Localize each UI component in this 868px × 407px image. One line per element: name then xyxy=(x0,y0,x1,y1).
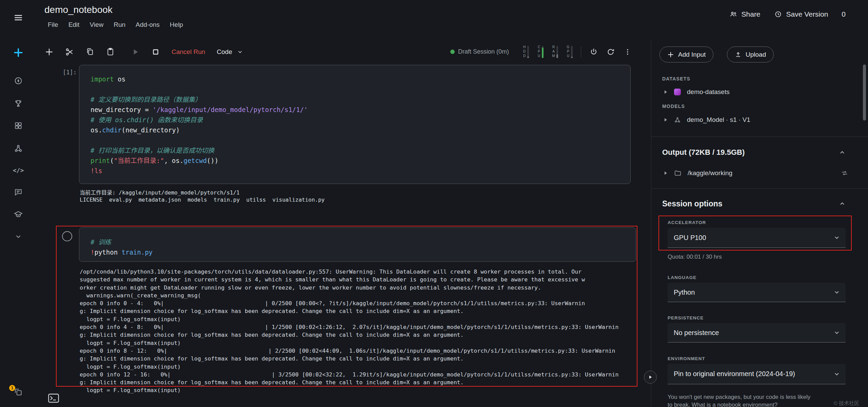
chevron-down-icon xyxy=(833,234,840,241)
cell2-run-indicator[interactable] xyxy=(62,231,72,241)
models-network-icon xyxy=(14,144,23,153)
cell2-output-log: /opt/conda/lib/python3.10/site-packages/… xyxy=(80,268,618,394)
chevron-down-icon xyxy=(833,371,840,377)
accelerator-select[interactable]: GPU P100 xyxy=(668,228,846,248)
chevron-right-icon[interactable] xyxy=(663,90,668,94)
sidebar-scrollbar-thumb[interactable] xyxy=(863,64,866,121)
cell1-prompt: [1]: xyxy=(51,69,77,76)
persistence-select[interactable]: No persistence xyxy=(668,323,846,343)
environment-label: ENVIRONMENT xyxy=(668,356,705,361)
kaggle-notebook-app: </> 1 demo_notebook File Edit View Run A… xyxy=(0,0,868,407)
model-name: demo_Model · s1 · V1 xyxy=(687,116,750,124)
sidebar-item-learn[interactable] xyxy=(7,207,29,222)
datasets-section-label: DATASETS xyxy=(662,76,690,81)
datasets-grid-icon xyxy=(14,121,23,130)
model-tree-item[interactable]: demo_Model · s1 · V1 xyxy=(663,115,750,125)
cell2-code[interactable]: # 训练!python train.py xyxy=(91,237,636,257)
play-right-icon xyxy=(648,375,653,380)
chevron-right-icon[interactable] xyxy=(663,171,668,175)
chevron-down-icon xyxy=(833,329,840,336)
chevron-up-icon[interactable] xyxy=(839,149,846,156)
environment-note: You won't get new packages, but your cod… xyxy=(668,393,847,407)
upload-icon xyxy=(735,51,742,58)
chevron-down-icon xyxy=(15,233,22,240)
accelerator-label: ACCELERATOR xyxy=(668,220,706,225)
sidebar-item-competitions[interactable] xyxy=(7,96,29,111)
events-count-badge: 1 xyxy=(9,385,15,391)
discussion-icon xyxy=(14,188,23,197)
sidebar-item-code[interactable]: </> xyxy=(7,162,29,178)
session-options-label: Session options xyxy=(662,199,723,208)
persistence-label: PERSISTENCE xyxy=(668,315,704,320)
console-icon xyxy=(48,393,59,403)
add-input-label: Add Input xyxy=(678,51,706,58)
right-sidebar: Add Input Upload DATASETS demo-datasets … xyxy=(651,0,868,407)
cell1-output: 当前工作目录: /kaggle/input/demo_model/pytorch… xyxy=(80,189,324,203)
chevron-up-icon[interactable] xyxy=(839,200,846,207)
hamburger-menu-button[interactable] xyxy=(7,10,29,25)
upload-label: Upload xyxy=(746,51,766,58)
chevron-right-icon[interactable] xyxy=(663,117,668,122)
notebook-area: [1]: import os # 定义要切换到的目录路径（数据集）new_dir… xyxy=(36,0,651,407)
code-cell-2[interactable]: # 训练!python train.py xyxy=(79,227,636,262)
watermark-text: © 技术社区 xyxy=(834,399,859,406)
sidebar-item-models[interactable] xyxy=(7,141,29,156)
sidebar-item-home[interactable] xyxy=(7,73,29,89)
active-events-icon xyxy=(14,388,23,396)
trophy-icon xyxy=(14,99,23,108)
sync-output-button[interactable] xyxy=(841,169,848,177)
code-icon: </> xyxy=(13,167,24,174)
sync-arrows-icon xyxy=(841,169,848,177)
working-dir-item[interactable]: /kaggle/working xyxy=(663,168,732,178)
model-icon xyxy=(674,116,681,123)
panel-expand-button[interactable] xyxy=(644,371,657,384)
dataset-tree-item[interactable]: demo-datasets xyxy=(663,87,730,97)
language-value: Python xyxy=(674,289,695,296)
chevron-down-icon xyxy=(833,289,840,296)
folder-icon xyxy=(674,169,682,177)
models-section-label: MODELS xyxy=(662,104,685,109)
quota-text: Quota: 00:01 / 30 hrs xyxy=(668,254,722,260)
sidebar-item-discussions[interactable] xyxy=(7,184,29,200)
left-nav-rail: </> 1 xyxy=(0,0,36,407)
working-dir-label: /kaggle/working xyxy=(688,169,732,177)
environment-value: Pin to original environment (2024-04-19) xyxy=(674,370,795,378)
compass-icon xyxy=(14,76,23,85)
hamburger-icon xyxy=(14,13,23,22)
language-label: LANGUAGE xyxy=(668,275,696,280)
sidebar-item-datasets[interactable] xyxy=(7,118,29,133)
upload-button[interactable]: Upload xyxy=(727,47,774,62)
add-input-button[interactable]: Add Input xyxy=(659,47,713,62)
environment-select[interactable]: Pin to original environment (2024-04-19) xyxy=(668,364,846,384)
sidebar-divider xyxy=(651,136,868,137)
console-toggle-button[interactable] xyxy=(46,391,61,405)
output-header-label: Output (72KB / 19.5GB) xyxy=(662,148,745,157)
sidebar-divider xyxy=(651,188,868,189)
accelerator-value: GPU P100 xyxy=(674,234,706,242)
cell1-code[interactable]: import os # 定义要切换到的目录路径（数据集）new_director… xyxy=(91,74,630,176)
dataset-icon xyxy=(674,89,681,95)
sidebar-item-more[interactable] xyxy=(7,229,29,244)
dataset-name: demo-datasets xyxy=(687,88,730,96)
output-section-header[interactable]: Output (72KB / 19.5GB) xyxy=(662,147,846,158)
active-events-button[interactable]: 1 xyxy=(7,384,29,400)
code-cell-1[interactable]: import os # 定义要切换到的目录路径（数据集）new_director… xyxy=(79,65,631,184)
session-options-header[interactable]: Session options xyxy=(662,198,846,209)
graduation-cap-icon xyxy=(14,210,23,219)
persistence-value: No persistence xyxy=(674,329,719,337)
plus-icon xyxy=(13,47,24,58)
language-select[interactable]: Python xyxy=(668,283,846,302)
plus-icon xyxy=(667,51,674,58)
create-button[interactable] xyxy=(7,45,29,60)
